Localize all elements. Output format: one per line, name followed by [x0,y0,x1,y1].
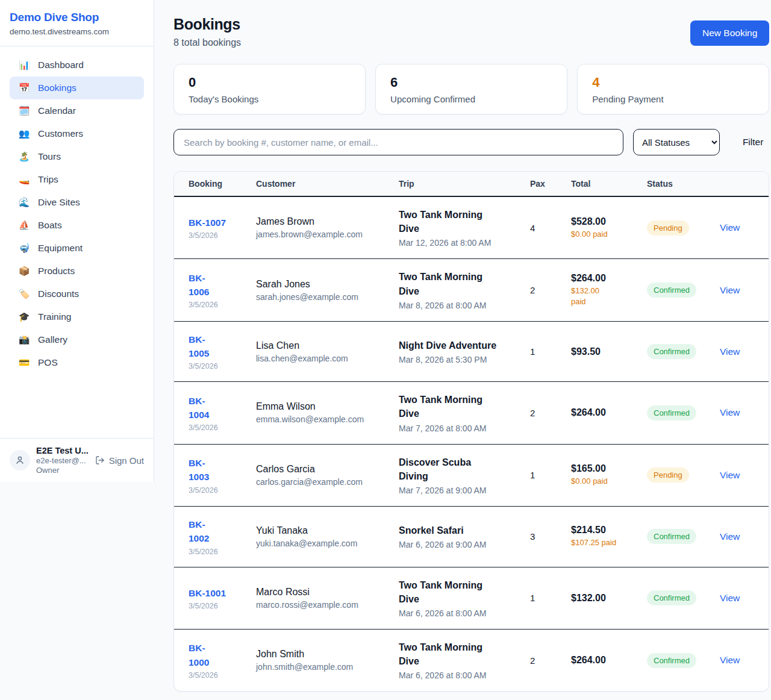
column-header-status: Status [647,172,720,196]
user-name: E2E Test U... [36,446,89,455]
stat-value: 4 [592,75,754,90]
trip-name: Snorkel Safari [399,523,516,537]
view-link[interactable]: View [720,346,740,357]
stat-label: Upcoming Confirmed [390,94,552,104]
sailboat-icon: ⛵ [18,220,30,231]
booking-date: 3/5/2026 [189,486,242,495]
status-badge: Confirmed [647,529,696,544]
booking-number-link[interactable]: BK- 1004 [189,394,242,422]
page-header: Bookings 8 total bookings New Booking [173,16,769,48]
pax-cell: 1 [530,582,571,614]
new-booking-button[interactable]: New Booking [690,20,769,46]
sidebar-item-label: Customers [38,128,83,139]
booking-date: 3/5/2026 [189,671,242,680]
sidebar-item-bookings[interactable]: 📅 Bookings [10,77,144,99]
sidebar-item-label: Dashboard [38,60,84,70]
sidebar-item-label: Trips [38,174,58,185]
sidebar-item-equipment[interactable]: 🤿 Equipment [10,237,144,260]
trip-datetime: Mar 6, 2026 at 8:00 AM [399,670,516,680]
booking-number-link[interactable]: BK- 1000 [189,641,242,669]
trip-datetime: Mar 7, 2026 at 9:00 AM [399,486,516,495]
status-badge: Pending [647,220,689,236]
stat-card-upcoming-confirmed: 6 Upcoming Confirmed [375,64,567,114]
sidebar-item-customers[interactable]: 👥 Customers [10,122,144,145]
total-cell: $264.00 [571,644,647,677]
view-link[interactable]: View [720,407,740,417]
sidebar-item-gallery[interactable]: 📸 Gallery [10,328,144,351]
sidebar-item-boats[interactable]: ⛵ Boats [10,214,144,237]
sidebar-item-discounts[interactable]: 🏷️ Discounts [10,283,144,305]
column-header-customer: Customer [256,172,399,196]
column-header-actions [720,177,754,191]
trip-cell: Discover Scuba Diving Mar 7, 2026 at 9:0… [399,445,530,506]
graduation-cap-icon: 🎓 [18,311,30,322]
trip-name: Two Tank Morning Dive [399,640,516,668]
customer-cell: Marco Rossi marco.rossi@example.com [256,576,399,620]
user-icon [14,455,25,466]
package-icon: 📦 [18,266,30,277]
page-header-text: Bookings 8 total bookings [173,16,241,48]
booking-date: 3/5/2026 [189,231,242,240]
table-row: BK- 1004 3/5/2026 Emma Wilson emma.wilso… [174,382,769,444]
total-cell: $528.00 $0.00 paid [571,205,647,251]
pax-cell: 1 [530,336,571,367]
sidebar-nav: 📊 Dashboard 📅 Bookings 🗓️ Calendar 👥 Cus… [0,46,154,381]
sidebar-item-label: Calendar [38,105,76,116]
status-select[interactable]: All Statuses [633,129,720,155]
diving-mask-icon: 🤿 [18,243,30,254]
sidebar-item-dive-sites[interactable]: 🌊 Dive Sites [10,191,144,214]
sign-out-label: Sign Out [109,455,144,466]
column-header-trip: Trip [399,172,530,196]
trip-name: Discover Scuba Diving [399,455,516,483]
sidebar-item-pos[interactable]: 💳 POS [10,351,144,374]
booking-number-link[interactable]: BK-1001 [189,586,242,600]
booking-number-link[interactable]: BK- 1003 [189,456,242,484]
status-cell: Pending [647,210,720,246]
trip-name: Two Tank Morning Dive [399,270,516,298]
sidebar-item-tours[interactable]: 🏝️ Tours [10,145,144,168]
sidebar-item-label: Tours [38,151,61,162]
pax-cell: 1 [530,459,571,491]
sidebar-item-dashboard[interactable]: 📊 Dashboard [10,54,144,77]
bar-chart-icon: 📊 [18,60,30,70]
sidebar-item-trips[interactable]: 🚤 Trips [10,168,144,191]
status-cell: Confirmed [647,333,720,370]
sidebar-item-calendar[interactable]: 🗓️ Calendar [10,99,144,122]
stat-label: Pending Payment [592,94,754,104]
view-link[interactable]: View [720,593,740,603]
sign-out-button[interactable]: Sign Out [95,455,144,466]
trip-datetime: Mar 8, 2026 at 8:00 AM [399,301,516,310]
view-link[interactable]: View [720,470,740,480]
booking-number-link[interactable]: BK- 1005 [189,333,242,361]
table-row: BK-1007 3/5/2026 James Brown james.brown… [174,197,769,259]
main-content: Bookings 8 total bookings New Booking 0 … [154,0,771,700]
shop-name: Demo Dive Shop [10,11,144,24]
trip-cell: Two Tank Morning Dive Mar 6, 2026 at 8:0… [399,567,530,629]
view-link[interactable]: View [720,531,740,542]
view-link[interactable]: View [720,655,740,665]
booking-number-link[interactable]: BK-1007 [189,216,242,230]
stats-row: 0 Today's Bookings 6 Upcoming Confirmed … [173,64,769,114]
customer-name: Carlos Garcia [256,464,384,475]
trip-name: Night Dive Adventure [399,339,516,352]
filter-button[interactable]: Filter [737,132,769,152]
trip-datetime: Mar 8, 2026 at 5:30 PM [399,355,516,364]
booking-date: 3/5/2026 [189,362,242,370]
booking-number-link[interactable]: BK- 1006 [189,271,242,299]
booking-number-link[interactable]: BK- 1002 [189,517,242,546]
trip-cell: Two Tank Morning Dive Mar 8, 2026 at 8:0… [399,259,530,320]
tag-icon: 🏷️ [18,289,30,299]
booking-cell: BK- 1000 3/5/2026 [189,630,256,690]
view-link[interactable]: View [720,285,740,295]
camera-icon: 📸 [18,334,30,345]
view-link[interactable]: View [720,222,740,233]
booking-date: 3/5/2026 [189,423,242,432]
sidebar-item-label: Dive Sites [38,197,80,208]
search-input[interactable] [173,129,623,155]
customer-email: lisa.chen@example.com [256,354,384,363]
customer-name: James Brown [256,216,384,227]
trip-datetime: Mar 12, 2026 at 8:00 AM [399,238,516,248]
sidebar-item-products[interactable]: 📦 Products [10,260,144,283]
sidebar-item-training[interactable]: 🎓 Training [10,305,144,328]
page-subtitle: 8 total bookings [173,37,241,48]
